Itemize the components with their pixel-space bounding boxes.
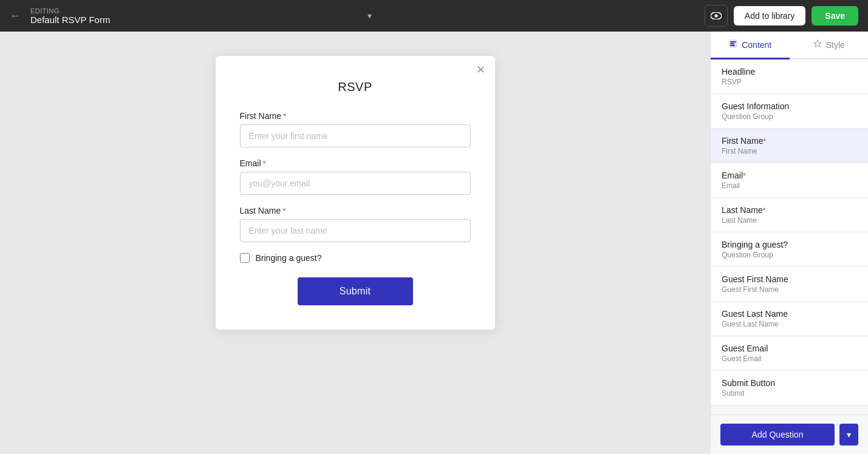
first-name-label: First Name * [240, 111, 471, 121]
last-name-group: Last Name * [240, 206, 471, 242]
email-required: * [263, 159, 266, 168]
back-button[interactable]: ← [10, 10, 21, 22]
form-modal-title: RSVP [240, 80, 471, 94]
first-name-group: First Name * [240, 111, 471, 147]
last-name-required: * [282, 206, 285, 215]
topbar-actions: Add to library Save [705, 5, 858, 27]
sidebar-item-guest-last-name[interactable]: Guest Last Name Guest Last Name [711, 302, 868, 336]
last-name-label: Last Name * [240, 206, 471, 215]
email-label: Email * [240, 158, 471, 168]
first-name-input[interactable] [240, 124, 471, 147]
preview-button[interactable] [705, 5, 728, 27]
add-question-button[interactable]: Add Question [720, 424, 835, 446]
editing-label: EDITING [30, 7, 363, 15]
sidebar-item-first-name[interactable]: First Name* First Name [711, 129, 868, 163]
chevron-down-icon: ▾ [847, 430, 851, 439]
add-to-library-button[interactable]: Add to library [734, 6, 805, 25]
topbar-chevron-icon[interactable]: ▾ [367, 11, 372, 21]
topbar-editing-info: EDITING Default RSVP Form [30, 7, 363, 25]
bringing-guest-row: Bringing a guest? [240, 253, 471, 263]
svg-rect-5 [730, 45, 735, 46]
first-name-required: * [283, 112, 286, 121]
style-tab-icon [813, 39, 822, 50]
submit-button[interactable]: Submit [298, 277, 413, 305]
bringing-guest-checkbox[interactable] [240, 253, 250, 263]
svg-rect-3 [730, 41, 736, 42]
sidebar-item-email[interactable]: Email* Email [711, 163, 868, 198]
bringing-guest-label: Bringing a guest? [256, 253, 322, 263]
sidebar-tabs: Content Style [711, 32, 868, 59]
sidebar-items-list: Headline RSVP Guest Information Question… [711, 59, 868, 415]
sidebar: Content Style Headline RSVP Guest Inform… [710, 32, 868, 454]
sidebar-item-guest-first-name[interactable]: Guest First Name Guest First Name [711, 267, 868, 302]
main-content: ✕ RSVP First Name * Email * [0, 32, 868, 454]
last-name-input[interactable] [240, 219, 471, 242]
sidebar-item-headline[interactable]: Headline RSVP [711, 59, 868, 94]
add-question-dropdown-button[interactable]: ▾ [839, 424, 858, 446]
svg-rect-4 [730, 43, 734, 44]
sidebar-item-submit-button[interactable]: Submit Button Submit [711, 371, 868, 405]
topbar: ← EDITING Default RSVP Form ▾ Add to lib… [0, 0, 868, 32]
eye-icon [711, 12, 722, 19]
sidebar-footer: Add Question ▾ [711, 415, 868, 454]
form-modal: ✕ RSVP First Name * Email * [216, 56, 495, 330]
content-tab-icon [728, 39, 738, 50]
svg-point-1 [714, 15, 717, 18]
email-input[interactable] [240, 172, 471, 195]
sidebar-item-guest-info[interactable]: Guest Information Question Group [711, 94, 868, 129]
sidebar-item-last-name[interactable]: Last Name* Last Name [711, 198, 868, 232]
sidebar-item-bringing-guest[interactable]: Bringing a guest? Question Group [711, 232, 868, 267]
form-title-header: Default RSVP Form [30, 15, 363, 25]
modal-close-button[interactable]: ✕ [476, 64, 485, 75]
tab-content[interactable]: Content [711, 32, 790, 59]
canvas-area: ✕ RSVP First Name * Email * [0, 32, 710, 454]
sidebar-item-guest-email[interactable]: Guest Email Guest Email [711, 336, 868, 371]
tab-style[interactable]: Style [790, 32, 869, 59]
save-button[interactable]: Save [812, 6, 858, 25]
email-group: Email * [240, 158, 471, 195]
